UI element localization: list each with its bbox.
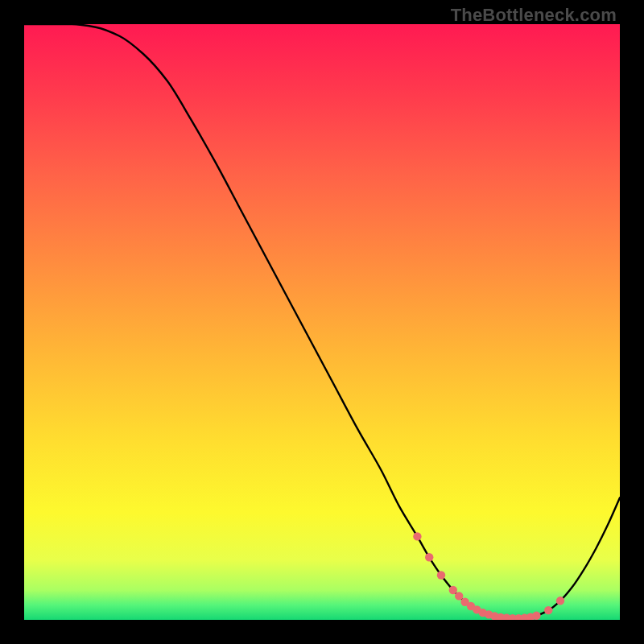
chart-frame	[24, 24, 620, 620]
chart-svg	[24, 24, 620, 620]
marker-point	[425, 553, 433, 561]
marker-point	[413, 532, 421, 540]
watermark-text: TheBottleneck.com	[451, 5, 617, 26]
marker-point	[532, 612, 540, 620]
marker-point	[455, 592, 463, 600]
marker-point	[449, 586, 457, 594]
marker-point	[544, 606, 552, 614]
marker-point	[556, 597, 564, 605]
gradient-rect	[24, 24, 620, 620]
marker-point	[437, 571, 445, 579]
